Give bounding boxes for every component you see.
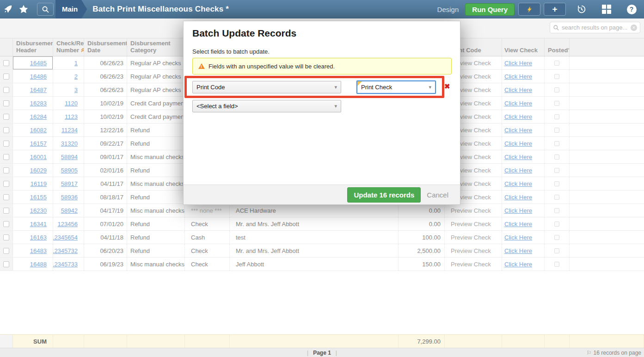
check-number-link[interactable]: 31320: [61, 140, 78, 147]
check-number-link[interactable]: 12345654: [53, 234, 78, 241]
check-number-link[interactable]: 58894: [61, 154, 78, 160]
help-icon[interactable]: ?: [624, 0, 639, 18]
row-checkbox[interactable]: [3, 208, 9, 214]
apps-grid-icon[interactable]: [599, 0, 614, 18]
view-check-link[interactable]: Click Here: [504, 60, 532, 67]
field-select-dropdown[interactable]: Print Code ▾: [192, 81, 341, 93]
view-check-link[interactable]: Click Here: [504, 207, 532, 214]
view-check-link[interactable]: Click Here: [504, 86, 532, 93]
rocket-icon[interactable]: [0, 0, 16, 18]
row-checkbox[interactable]: [3, 181, 9, 187]
view-check-link[interactable]: Click Here: [504, 154, 532, 160]
row-checkbox[interactable]: [3, 261, 9, 267]
check-number-link[interactable]: 58905: [61, 167, 78, 174]
col-disbursement-header[interactable]: DisbursementHeader: [13, 38, 53, 56]
posted-checkbox[interactable]: [554, 61, 559, 66]
col-view-check[interactable]: View Check: [502, 38, 545, 56]
record-link[interactable]: 16119: [31, 180, 47, 187]
record-link[interactable]: 16163: [30, 234, 47, 241]
posted-checkbox[interactable]: [554, 114, 559, 119]
row-checkbox[interactable]: [3, 154, 9, 160]
posted-checkbox[interactable]: [554, 248, 559, 253]
row-checkbox[interactable]: [3, 127, 9, 133]
row-checkbox[interactable]: [3, 221, 9, 227]
posted-checkbox[interactable]: [554, 74, 559, 79]
record-link[interactable]: 16486: [30, 73, 47, 80]
col-disbursement-date[interactable]: DisbursementDate: [84, 38, 127, 56]
row-checkbox[interactable]: [3, 194, 9, 200]
posted-checkbox[interactable]: [554, 168, 559, 173]
posted-checkbox[interactable]: [554, 235, 559, 240]
posted-checkbox[interactable]: [554, 222, 559, 227]
star-icon[interactable]: [16, 0, 31, 18]
check-number-link[interactable]: 1: [74, 60, 78, 67]
check-number-link[interactable]: 3: [74, 86, 78, 93]
posted-checkbox[interactable]: [554, 87, 559, 92]
row-checkbox[interactable]: [3, 248, 9, 254]
view-check-link[interactable]: Click Here: [504, 234, 532, 241]
col-posted[interactable]: Posted?: [545, 38, 570, 56]
record-link[interactable]: 16001: [30, 154, 47, 160]
check-number-link[interactable]: 2: [74, 73, 78, 80]
record-link[interactable]: 16155: [30, 194, 47, 201]
record-link[interactable]: 16488: [30, 261, 47, 268]
record-link[interactable]: 16230: [30, 207, 47, 214]
row-checkbox[interactable]: [3, 114, 9, 120]
update-records-button[interactable]: Update 16 records: [347, 187, 421, 203]
view-check-link[interactable]: Click Here: [504, 221, 532, 228]
col-disbursement-category[interactable]: DisbursementCategory: [127, 38, 185, 56]
record-link[interactable]: 16029: [30, 167, 47, 174]
view-check-link[interactable]: Click Here: [504, 127, 532, 134]
posted-checkbox[interactable]: [554, 141, 559, 146]
check-number-link[interactable]: 123456: [58, 221, 78, 228]
posted-checkbox[interactable]: [554, 154, 559, 160]
cancel-button[interactable]: Cancel: [427, 191, 448, 199]
check-number-link[interactable]: 1123: [65, 113, 78, 120]
remove-field-icon[interactable]: ✖: [444, 82, 450, 91]
posted-checkbox[interactable]: [554, 181, 559, 186]
view-check-link[interactable]: Click Here: [504, 247, 532, 254]
check-number-link[interactable]: 58936: [61, 194, 78, 201]
view-check-link[interactable]: Click Here: [504, 261, 532, 268]
row-checkbox[interactable]: [3, 60, 9, 66]
posted-checkbox[interactable]: [554, 128, 559, 133]
search-input[interactable]: [562, 24, 631, 31]
record-link[interactable]: 16341: [30, 221, 47, 228]
row-checkbox[interactable]: [3, 141, 9, 147]
row-checkbox[interactable]: [3, 87, 9, 93]
view-check-link[interactable]: Click Here: [504, 100, 532, 107]
value-select-dropdown[interactable]: Print Check ▾: [356, 80, 436, 94]
check-number-link[interactable]: 58917: [61, 180, 78, 187]
record-link[interactable]: 16082: [30, 127, 47, 134]
empty-field-select-dropdown[interactable]: <Select a field> ▾: [192, 100, 341, 112]
check-number-link[interactable]: 11234: [61, 127, 78, 134]
posted-checkbox[interactable]: [554, 101, 559, 106]
check-number-link[interactable]: 58942: [61, 207, 78, 214]
search-button[interactable]: [37, 3, 54, 16]
view-check-link[interactable]: Click Here: [504, 180, 532, 187]
row-checkbox[interactable]: [3, 234, 9, 240]
add-button[interactable]: +: [544, 3, 566, 16]
record-link[interactable]: 16487: [30, 86, 47, 93]
posted-checkbox[interactable]: [554, 262, 559, 267]
history-icon[interactable]: [574, 0, 589, 18]
run-query-button[interactable]: Run Query: [465, 3, 515, 16]
posted-checkbox[interactable]: [554, 195, 559, 200]
breadcrumb-main[interactable]: Main: [55, 0, 87, 18]
record-link[interactable]: 16157: [30, 140, 47, 147]
view-check-link[interactable]: Click Here: [504, 113, 532, 120]
check-number-link[interactable]: 12345733: [53, 261, 78, 268]
record-link[interactable]: 16483: [30, 247, 47, 254]
check-number-link[interactable]: 1120: [65, 100, 78, 107]
lightning-button[interactable]: [518, 3, 540, 16]
record-link[interactable]: 16283: [30, 100, 47, 107]
view-check-link[interactable]: Click Here: [504, 194, 532, 201]
view-check-link[interactable]: Click Here: [504, 140, 532, 147]
check-number-link[interactable]: 12345732: [53, 247, 78, 254]
posted-checkbox[interactable]: [554, 208, 559, 213]
record-link[interactable]: 16284: [30, 113, 47, 120]
view-check-link[interactable]: Click Here: [504, 167, 532, 174]
design-link[interactable]: Design: [437, 6, 459, 13]
row-checkbox[interactable]: [3, 100, 9, 106]
row-checkbox[interactable]: [3, 74, 9, 80]
